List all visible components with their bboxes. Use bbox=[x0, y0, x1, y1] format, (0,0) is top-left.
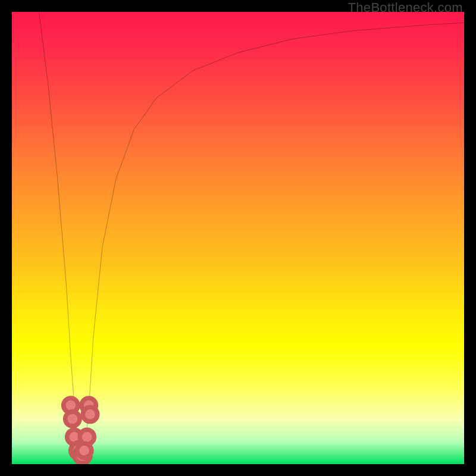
curve-layer bbox=[39, 12, 464, 464]
chart-frame: TheBottleneck.com bbox=[0, 0, 476, 476]
highlight-dot bbox=[65, 412, 80, 426]
highlight-dot bbox=[77, 443, 91, 458]
chart-svg bbox=[12, 12, 464, 464]
highlight-dot bbox=[83, 407, 97, 421]
dots-layer bbox=[64, 398, 98, 463]
plot-area bbox=[12, 12, 464, 464]
bottleneck-curve bbox=[39, 12, 464, 464]
